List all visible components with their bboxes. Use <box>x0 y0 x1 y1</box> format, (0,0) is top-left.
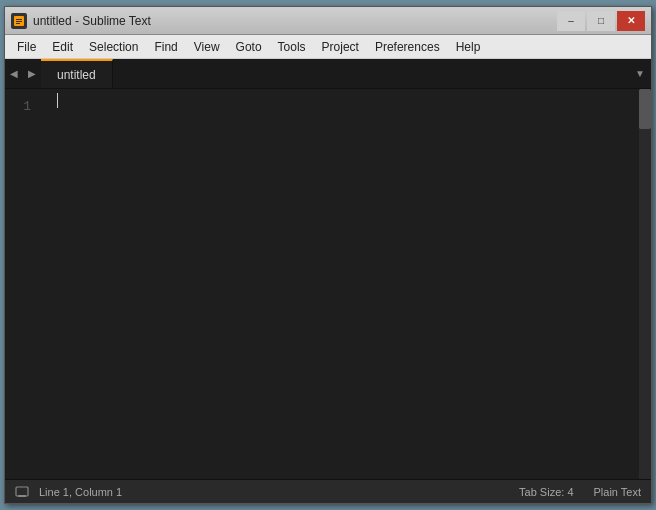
maximize-button[interactable]: □ <box>587 11 615 31</box>
menu-item-edit[interactable]: Edit <box>44 38 81 56</box>
menu-bar: FileEditSelectionFindViewGotoToolsProjec… <box>5 35 651 59</box>
status-bar: Line 1, Column 1 Tab Size: 4 Plain Text <box>5 479 651 503</box>
svg-rect-4 <box>16 487 28 496</box>
menu-item-find[interactable]: Find <box>146 38 185 56</box>
window-title: untitled - Sublime Text <box>33 14 151 28</box>
tab-label: untitled <box>57 68 96 82</box>
editor-area: 1 <box>5 89 651 479</box>
menu-item-view[interactable]: View <box>186 38 228 56</box>
svg-rect-5 <box>18 495 26 497</box>
status-icon-area <box>15 485 29 499</box>
menu-item-project[interactable]: Project <box>314 38 367 56</box>
menu-item-preferences[interactable]: Preferences <box>367 38 448 56</box>
window-controls: – □ ✕ <box>557 11 645 31</box>
close-button[interactable]: ✕ <box>617 11 645 31</box>
status-left: Line 1, Column 1 <box>15 485 122 499</box>
status-right: Tab Size: 4 Plain Text <box>519 486 641 498</box>
minimize-button[interactable]: – <box>557 11 585 31</box>
status-icon <box>15 485 29 499</box>
line-number-1: 1 <box>5 93 41 117</box>
menu-item-selection[interactable]: Selection <box>81 38 146 56</box>
menu-item-tools[interactable]: Tools <box>270 38 314 56</box>
menu-item-file[interactable]: File <box>9 38 44 56</box>
text-cursor <box>57 93 58 108</box>
cursor-position: Line 1, Column 1 <box>39 486 122 498</box>
syntax-mode[interactable]: Plain Text <box>594 486 642 498</box>
tab-dropdown-button[interactable]: ▼ <box>629 59 651 88</box>
app-icon <box>11 13 27 29</box>
tab-bar: ◀ ▶ untitled ▼ <box>5 59 651 89</box>
title-bar: untitled - Sublime Text – □ ✕ <box>5 7 651 35</box>
svg-rect-1 <box>16 19 22 20</box>
svg-rect-2 <box>16 21 22 22</box>
scrollbar-thumb[interactable] <box>639 89 651 129</box>
main-window: untitled - Sublime Text – □ ✕ FileEditSe… <box>4 6 652 504</box>
tab-nav-right[interactable]: ▶ <box>23 59 41 88</box>
tab-nav-left[interactable]: ◀ <box>5 59 23 88</box>
menu-item-goto[interactable]: Goto <box>228 38 270 56</box>
menu-item-help[interactable]: Help <box>448 38 489 56</box>
svg-rect-3 <box>16 23 20 24</box>
vertical-scrollbar[interactable] <box>639 89 651 479</box>
tab-untitled[interactable]: untitled <box>41 59 113 88</box>
tab-size[interactable]: Tab Size: 4 <box>519 486 573 498</box>
line-numbers: 1 <box>5 89 53 479</box>
editor-content[interactable] <box>53 89 639 479</box>
